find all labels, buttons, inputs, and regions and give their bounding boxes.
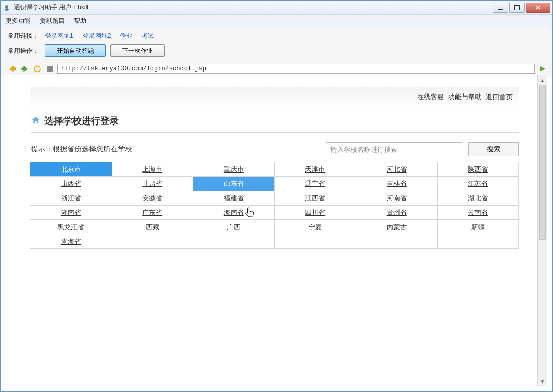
scroll-up-icon[interactable] <box>538 75 547 85</box>
province-cell[interactable]: 海南省 <box>193 206 275 220</box>
link-login1[interactable]: 登录网址1 <box>45 32 73 40</box>
auto-answer-button[interactable]: 开始自动答题 <box>45 44 106 57</box>
province-cell[interactable]: 贵州省 <box>356 206 438 220</box>
section-title: 选择学校进行登录 <box>44 115 119 127</box>
header-link-help[interactable]: 功能与帮助 <box>448 92 482 102</box>
menu-help[interactable]: 帮助 <box>72 15 88 26</box>
province-cell[interactable]: 宁夏 <box>275 220 357 234</box>
header-link-home[interactable]: 返回首页 <box>486 92 513 102</box>
province-cell[interactable]: 湖南省 <box>30 206 112 220</box>
forward-icon[interactable] <box>20 64 29 73</box>
back-icon[interactable] <box>8 64 17 73</box>
go-icon[interactable] <box>538 64 547 73</box>
ops-label: 常用操作： <box>8 46 39 55</box>
province-cell <box>356 234 438 249</box>
scrollbar[interactable] <box>537 75 547 386</box>
province-cell[interactable]: 甘肃省 <box>112 177 194 191</box>
province-cell[interactable]: 黑龙江省 <box>30 220 112 234</box>
links-label: 常用链接： <box>8 32 39 40</box>
menu-more[interactable]: 更多功能 <box>4 15 33 26</box>
province-cell[interactable]: 吉林省 <box>356 177 438 191</box>
next-homework-button[interactable]: 下一次作业 <box>110 44 165 57</box>
minimize-button[interactable] <box>493 3 508 13</box>
province-cell <box>193 234 275 249</box>
menubar: 更多功能 贡献题目 帮助 <box>1 15 552 27</box>
link-homework[interactable]: 作业 <box>120 32 132 40</box>
province-cell[interactable]: 内蒙古 <box>356 220 438 234</box>
province-cell[interactable]: 四川省 <box>275 206 357 220</box>
province-cell[interactable]: 安徽省 <box>112 191 194 206</box>
province-cell[interactable]: 福建省 <box>193 191 275 206</box>
titlebar: 通识课学习助手 用户：bkill <box>1 1 552 15</box>
province-cell[interactable]: 云南省 <box>438 206 519 220</box>
province-cell[interactable]: 山西省 <box>30 177 112 191</box>
search-button[interactable]: 搜索 <box>468 142 519 156</box>
province-grid: 北京市上海市重庆市天津市河北省陕西省山西省甘肃省山东省辽宁省吉林省江苏省浙江省安… <box>30 162 519 249</box>
province-cell[interactable]: 广东省 <box>112 206 194 220</box>
refresh-icon[interactable] <box>33 64 42 73</box>
province-cell[interactable]: 辽宁省 <box>275 177 357 191</box>
content-area: 在线客服 功能与帮助 返回首页 选择学校进行登录 提示：根据省份选择您所在学校 <box>6 75 547 386</box>
home-icon <box>31 116 40 127</box>
hint-row: 提示：根据省份选择您所在学校 搜索 <box>30 133 519 162</box>
province-cell[interactable]: 河南省 <box>356 191 438 206</box>
province-cell[interactable]: 江西省 <box>275 191 357 206</box>
province-cell[interactable]: 西藏 <box>112 220 194 234</box>
search-input[interactable] <box>326 142 462 156</box>
window-title: 通识课学习助手 用户：bkill <box>14 3 493 12</box>
section-title-row: 选择学校进行登录 <box>30 111 519 133</box>
scroll-thumb[interactable] <box>539 85 546 240</box>
toolbar: 常用链接： 登录网址1 登录网址2 作业 考试 常用操作： 开始自动答题 下一次… <box>1 27 552 62</box>
province-cell[interactable]: 重庆市 <box>193 162 275 177</box>
province-cell[interactable]: 青海省 <box>30 234 112 249</box>
scroll-down-icon[interactable] <box>538 377 547 386</box>
page-header: 在线客服 功能与帮助 返回首页 <box>30 87 519 107</box>
header-link-service[interactable]: 在线客服 <box>417 92 444 102</box>
ops-row: 常用操作： 开始自动答题 下一次作业 <box>8 44 545 57</box>
url-input[interactable] <box>57 64 535 74</box>
province-cell[interactable]: 湖北省 <box>438 191 519 206</box>
menu-contribute[interactable]: 贡献题目 <box>38 15 67 26</box>
stop-icon[interactable] <box>45 64 54 73</box>
province-cell[interactable]: 江苏省 <box>438 177 519 191</box>
links-row: 常用链接： 登录网址1 登录网址2 作业 考试 <box>8 32 545 40</box>
province-cell[interactable]: 广西 <box>193 220 275 234</box>
maximize-button[interactable] <box>509 3 525 13</box>
hint-text: 提示：根据省份选择您所在学校 <box>31 145 319 154</box>
province-cell[interactable]: 山东省 <box>193 177 275 191</box>
content-inner: 在线客服 功能与帮助 返回首页 选择学校进行登录 提示：根据省份选择您所在学校 <box>6 75 537 386</box>
page: 在线客服 功能与帮助 返回首页 选择学校进行登录 提示：根据省份选择您所在学校 <box>30 77 519 249</box>
province-cell[interactable]: 天津市 <box>275 162 357 177</box>
province-cell[interactable]: 新疆 <box>438 220 519 234</box>
province-cell <box>438 234 519 249</box>
link-login2[interactable]: 登录网址2 <box>83 32 111 40</box>
link-exam[interactable]: 考试 <box>142 32 154 40</box>
window-controls <box>493 3 550 13</box>
province-cell[interactable]: 浙江省 <box>30 191 112 206</box>
close-button[interactable] <box>526 3 550 13</box>
province-cell <box>112 234 194 249</box>
province-cell[interactable]: 北京市 <box>30 162 112 177</box>
java-icon <box>3 4 11 12</box>
province-cell[interactable]: 河北省 <box>356 162 438 177</box>
province-cell <box>275 234 357 249</box>
window-frame: 通识课学习助手 用户：bkill 更多功能 贡献题目 帮助 常用链接： 登录网址… <box>0 0 553 392</box>
province-cell[interactable]: 陕西省 <box>438 162 519 177</box>
province-cell[interactable]: 上海市 <box>112 162 194 177</box>
